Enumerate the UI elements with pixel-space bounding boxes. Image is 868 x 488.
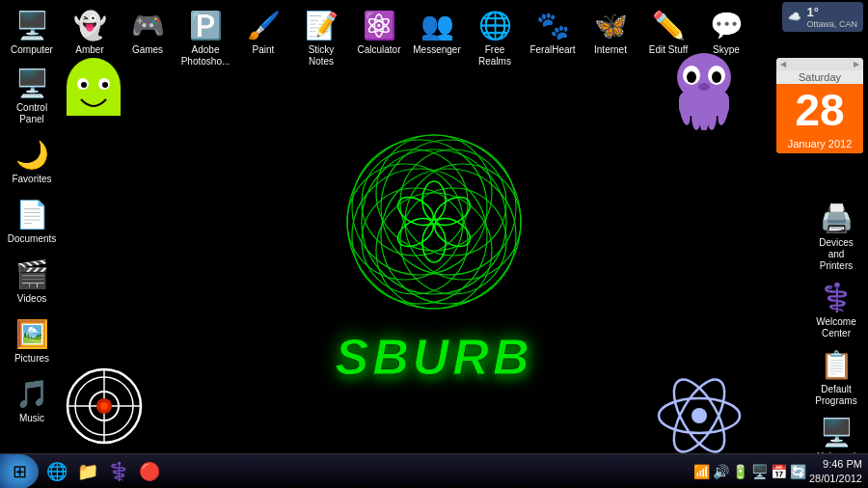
taskbar-ie-icon[interactable]: 🌐 <box>42 457 71 486</box>
sburb-title: SBURB <box>289 328 579 386</box>
taskbar: ⊞ 🌐 📁 ⚕️ 🔴 📶 🔊 🔋 🖥️ 📅 🔄 9:46 PM 28/01/20… <box>0 453 868 488</box>
icon-img-games: 🎮 <box>130 8 165 42</box>
tray-volume-icon[interactable]: 🔊 <box>713 464 729 479</box>
desktop: 🖥️ Computer 👻 Amber 🎮 Games 🅿️ Adobe Pho… <box>0 0 868 488</box>
calendar-day-name: Saturday <box>776 70 863 84</box>
icon-img-paint: 🖌️ <box>246 8 281 42</box>
calendar-day: 28 <box>776 84 863 136</box>
weather-location: Ottawa, CAN <box>806 19 857 29</box>
desktop-icon-photoshop[interactable]: 🅿️ Adobe Photosho... <box>178 5 232 70</box>
clock-date: 28/01/2012 <box>809 472 862 485</box>
icon-img-pictures: 🖼️ <box>14 316 49 351</box>
icon-label-photoshop: Adobe Photosho... <box>181 44 231 68</box>
desktop-icon-games[interactable]: 🎮 Games <box>121 5 175 70</box>
tray-flag-icon[interactable]: 📅 <box>771 464 787 479</box>
desktop-icon-calc[interactable]: ⚛️ Calculator <box>352 5 406 70</box>
desktop-icon-pictures[interactable]: 🖼️ Pictures <box>5 313 59 367</box>
svg-point-18 <box>347 135 521 309</box>
desktop-icon-videos[interactable]: 🎬 Videos <box>5 254 59 308</box>
desktop-icon-default-programs[interactable]: 📋 Default Programs <box>809 344 863 410</box>
icon-label-pictures: Pictures <box>14 353 49 365</box>
desktop-icon-internet[interactable]: 🦋 Internet <box>583 5 637 70</box>
bottom-circular-logo <box>66 367 143 445</box>
system-tray: 📶 🔊 🔋 🖥️ 📅 🔄 9:46 PM 28/01/2012 <box>688 457 868 485</box>
svg-rect-17 <box>679 92 729 116</box>
purple-squid-icon[interactable] <box>665 48 743 145</box>
svg-point-32 <box>422 181 446 220</box>
svg-point-5 <box>102 82 108 88</box>
icon-img-skype: 💬 <box>709 8 744 42</box>
sburb-logo: SBURB <box>289 125 579 386</box>
amber-ghost-icon[interactable] <box>60 53 127 143</box>
icon-img-freerealms: 🌐 <box>477 8 512 42</box>
icon-img-devices-printers: 🖨️ <box>819 201 854 235</box>
sburb-circle-icon <box>338 125 530 318</box>
svg-point-4 <box>81 82 87 88</box>
icon-label-messenger: Messenger <box>413 44 460 56</box>
tray-network-icon[interactable]: 📶 <box>693 464 710 479</box>
desktop-icon-paint[interactable]: 🖌️ Paint <box>236 5 290 70</box>
svg-point-48 <box>692 408 707 423</box>
tray-monitor-icon[interactable]: 🖥️ <box>751 464 768 479</box>
left-icon-column: 🖥️ Control Panel 🌙 Favorites 📄 Documents… <box>0 58 64 432</box>
icon-img-internet: 🦋 <box>593 8 628 42</box>
icon-img-music: 🎵 <box>14 376 49 411</box>
clock-time: 9:46 PM <box>809 457 862 471</box>
tray-battery-icon[interactable]: 🔋 <box>732 464 748 479</box>
desktop-icon-favorites[interactable]: 🌙 Favorites <box>5 134 59 188</box>
icon-img-control-panel: 🖥️ <box>14 66 49 100</box>
icon-label-control-panel: Control Panel <box>8 102 56 125</box>
desktop-icon-control-panel[interactable]: 🖥️ Control Panel <box>5 63 59 128</box>
icon-img-favorites: 🌙 <box>14 137 49 172</box>
icon-img-amber: 👻 <box>72 8 107 42</box>
icon-label-documents: Documents <box>8 233 57 245</box>
icon-img-calc: ⚛️ <box>362 8 396 42</box>
icon-img-messenger: 👥 <box>420 8 454 42</box>
icon-img-documents: 📄 <box>14 197 49 231</box>
right-icon-column: 🖨️ Devices and Printers ⚕️ Welcome Cente… <box>804 193 868 482</box>
icon-img-help-support: 🖥️ <box>819 415 854 449</box>
svg-point-44 <box>100 402 108 410</box>
icon-img-welcome-center: ⚕️ <box>819 280 854 314</box>
weather-widget: ☁️ 1° Ottawa, CAN <box>782 2 863 32</box>
tray-sync-icon[interactable]: 🔄 <box>790 464 806 479</box>
bottom-atom-icon <box>656 372 743 459</box>
system-clock[interactable]: 9:46 PM 28/01/2012 <box>809 457 862 485</box>
desktop-icon-sticky[interactable]: 📝 Sticky Notes <box>294 5 348 70</box>
desktop-icon-messenger[interactable]: 👥 Messenger <box>410 5 464 70</box>
icon-label-favorites: Favorites <box>12 174 51 185</box>
desktop-icon-freerealms[interactable]: 🌐 Free Realms <box>468 5 522 70</box>
start-button[interactable]: ⊞ <box>0 454 39 489</box>
icon-label-music: Music <box>19 413 44 424</box>
icon-label-calc: Calculator <box>357 44 400 56</box>
icon-label-internet: Internet <box>594 44 627 56</box>
icon-label-feralheart: FeralHeart <box>529 44 575 56</box>
icon-label-paint: Paint <box>253 44 275 56</box>
icon-label-games: Games <box>132 44 163 56</box>
taskbar-extra-icon[interactable]: 🔴 <box>135 457 164 486</box>
icon-label-sticky: Sticky Notes <box>297 44 345 68</box>
icon-img-default-programs: 📋 <box>819 347 854 382</box>
svg-point-35 <box>422 224 446 262</box>
taskbar-media-icon[interactable]: ⚕️ <box>104 457 133 486</box>
icon-label-computer: Computer <box>11 44 53 56</box>
icon-img-computer: 🖥️ <box>14 8 49 42</box>
desktop-icon-welcome-center[interactable]: ⚕️ Welcome Center <box>809 277 863 342</box>
taskbar-explorer-icon[interactable]: 📁 <box>73 457 102 486</box>
desktop-icon-devices-printers[interactable]: 🖨️ Devices and Printers <box>809 198 863 275</box>
icon-img-sticky: 📝 <box>304 8 339 42</box>
icon-label-default-programs: Default Programs <box>812 384 860 407</box>
desktop-icon-feralheart[interactable]: 🐾 FeralHeart <box>526 5 580 70</box>
icon-img-videos: 🎬 <box>14 257 49 291</box>
desktop-icon-documents[interactable]: 📄 Documents <box>5 194 59 248</box>
weather-icon: ☁️ <box>788 11 801 23</box>
calendar-widget: ◀▶ Saturday 28 January 2012 <box>776 58 863 153</box>
weather-temp: 1° <box>806 5 857 19</box>
icon-label-devices-printers: Devices and Printers <box>812 237 860 272</box>
desktop-icon-music[interactable]: 🎵 Music <box>5 373 59 427</box>
icon-img-feralheart: 🐾 <box>535 8 570 42</box>
icon-img-editstuff: ✏️ <box>651 8 686 42</box>
svg-rect-1 <box>67 87 121 116</box>
svg-point-11 <box>698 83 710 91</box>
icon-label-welcome-center: Welcome Center <box>812 316 860 339</box>
